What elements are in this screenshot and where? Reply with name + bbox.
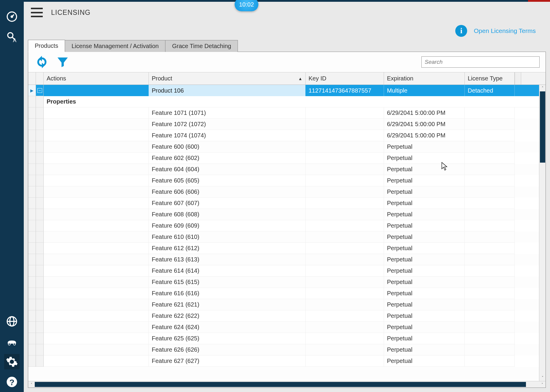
cell-license-type <box>465 186 515 198</box>
feature-row[interactable]: Feature 626 (626)Perpetual <box>28 344 539 356</box>
feature-row[interactable]: Feature 613 (613)Perpetual <box>28 254 539 265</box>
cell-keyid <box>306 220 384 231</box>
settings-icon[interactable] <box>4 354 20 369</box>
cell-expiration: Perpetual <box>384 356 465 367</box>
column-header-actions[interactable]: Actions <box>44 72 149 85</box>
feature-row[interactable]: Feature 615 (615)Perpetual <box>28 277 539 288</box>
hamburger-menu-button[interactable] <box>31 8 43 17</box>
feature-row[interactable]: Feature 625 (625)Perpetual <box>28 333 539 344</box>
feature-row[interactable]: Feature 604 (604)Perpetual <box>28 164 539 175</box>
feature-row[interactable]: Feature 616 (616)Perpetual <box>28 288 539 299</box>
feature-row[interactable]: Feature 600 (600)Perpetual <box>28 141 539 153</box>
column-header-product[interactable]: Product <box>149 72 306 85</box>
cell-license-type <box>465 119 515 130</box>
tab-grace-time-detaching[interactable]: Grace Time Detaching <box>165 40 238 52</box>
column-header-license-type[interactable]: License Type <box>465 72 515 85</box>
refresh-button[interactable] <box>34 54 50 70</box>
properties-group-row: Properties <box>28 96 539 107</box>
cell-license-type <box>465 243 515 254</box>
cell-expiration: Perpetual <box>384 265 465 277</box>
scroll-down-icon[interactable]: ˅ <box>539 374 546 381</box>
cell-actions <box>44 220 149 231</box>
row-expander[interactable]: − <box>36 85 44 96</box>
help-icon[interactable]: ? <box>4 374 20 390</box>
diagnostics-icon[interactable]: A <box>4 29 20 45</box>
cell-expiration: Perpetual <box>384 153 465 164</box>
svg-point-2 <box>8 33 13 38</box>
column-header-expiration[interactable]: Expiration <box>384 72 465 85</box>
feature-row[interactable]: Feature 610 (610)Perpetual <box>28 231 539 243</box>
column-header-keyid[interactable]: Key ID <box>306 72 384 85</box>
cell-actions <box>44 243 149 254</box>
scroll-left-icon[interactable]: ˂ <box>28 381 35 388</box>
page-header: LICENSING <box>24 2 550 23</box>
cell-product: Feature 624 (624) <box>149 322 306 333</box>
open-licensing-terms-link[interactable]: Open Licensing Terms <box>474 27 536 34</box>
feature-row[interactable]: Feature 606 (606)Perpetual <box>28 186 539 198</box>
globe-icon[interactable] <box>4 314 20 329</box>
tab-license-management[interactable]: License Management / Activation <box>65 40 166 52</box>
cell-license-type <box>465 322 515 333</box>
tab-products[interactable]: Products <box>28 40 65 52</box>
feature-row[interactable]: Feature 621 (621)Perpetual <box>28 299 539 310</box>
cell-expiration: Perpetual <box>384 220 465 231</box>
cell-product: Feature 600 (600) <box>149 141 306 153</box>
svg-text:A: A <box>13 37 17 43</box>
cell-actions <box>44 254 149 265</box>
feature-row[interactable]: Feature 602 (602)Perpetual <box>28 153 539 164</box>
feature-row[interactable]: Feature 1071 (1071)6/29/2041 5:00:00 PM <box>28 107 539 119</box>
cell-keyid <box>306 153 384 164</box>
feature-row[interactable]: Feature 605 (605)Perpetual <box>28 175 539 186</box>
scroll-up-icon[interactable]: ˄ <box>539 85 546 91</box>
feature-row[interactable]: Feature 614 (614)Perpetual <box>28 265 539 277</box>
cell-expiration: Perpetual <box>384 333 465 344</box>
cell-actions <box>44 119 149 130</box>
cell-keyid <box>306 175 384 186</box>
feature-row[interactable]: Feature 1072 (1072)6/29/2041 5:00:00 PM <box>28 119 539 130</box>
feature-row[interactable]: Feature 609 (609)Perpetual <box>28 220 539 231</box>
cell-product: Feature 626 (626) <box>149 344 306 356</box>
cell-actions <box>44 209 149 220</box>
vehicle-icon[interactable] <box>4 334 20 349</box>
grid-expand-header <box>36 72 44 85</box>
cell-keyid <box>306 277 384 288</box>
cell-license-type <box>465 265 515 277</box>
feature-row[interactable]: Feature 608 (608)Perpetual <box>28 209 539 220</box>
cell-expiration: Perpetual <box>384 231 465 243</box>
feature-row[interactable]: Feature 624 (624)Perpetual <box>28 322 539 333</box>
cell-expiration: Perpetual <box>384 322 465 333</box>
feature-row[interactable]: Feature 612 (612)Perpetual <box>28 243 539 254</box>
cell-product: Feature 1071 (1071) <box>149 107 306 119</box>
search-input[interactable] <box>421 56 540 68</box>
cell-product: Feature 614 (614) <box>149 265 306 277</box>
cell-expiration: Perpetual <box>384 344 465 356</box>
cell-actions <box>44 175 149 186</box>
svg-point-1 <box>11 16 12 17</box>
cell-actions <box>44 164 149 175</box>
cell-expiration: 6/29/2041 5:00:00 PM <box>384 130 465 141</box>
cell-product: Feature 605 (605) <box>149 175 306 186</box>
vscroll-thumb[interactable] <box>540 91 545 163</box>
cell-actions <box>44 130 149 141</box>
cell-product: Feature 621 (621) <box>149 299 306 310</box>
feature-row[interactable]: Feature 627 (627)Perpetual <box>28 356 539 367</box>
cell-expiration: Perpetual <box>384 310 465 322</box>
info-icon[interactable]: i <box>455 25 467 37</box>
svg-text:?: ? <box>9 378 14 387</box>
cell-actions <box>44 356 149 367</box>
cell-keyid <box>306 254 384 265</box>
feature-row[interactable]: Feature 622 (622)Perpetual <box>28 310 539 322</box>
product-row-selected[interactable]: ▶ − Product 106 1127141473647887557 Mult… <box>28 85 539 96</box>
scroll-right-icon[interactable]: ˃ <box>539 381 546 388</box>
hscroll-thumb[interactable] <box>35 382 526 387</box>
feature-row[interactable]: Feature 1074 (1074)6/29/2041 5:00:00 PM <box>28 130 539 141</box>
cell-keyid <box>306 231 384 243</box>
gauge-icon[interactable] <box>4 9 20 24</box>
cell-license-type <box>465 254 515 265</box>
info-bar: i Open Licensing Terms <box>24 23 550 39</box>
vertical-scrollbar[interactable]: ˄ ˅ <box>539 85 546 381</box>
filter-button[interactable] <box>55 54 70 70</box>
horizontal-scrollbar[interactable]: ˂ ˃ <box>28 381 546 388</box>
cell-expiration: Perpetual <box>384 288 465 299</box>
feature-row[interactable]: Feature 607 (607)Perpetual <box>28 198 539 209</box>
